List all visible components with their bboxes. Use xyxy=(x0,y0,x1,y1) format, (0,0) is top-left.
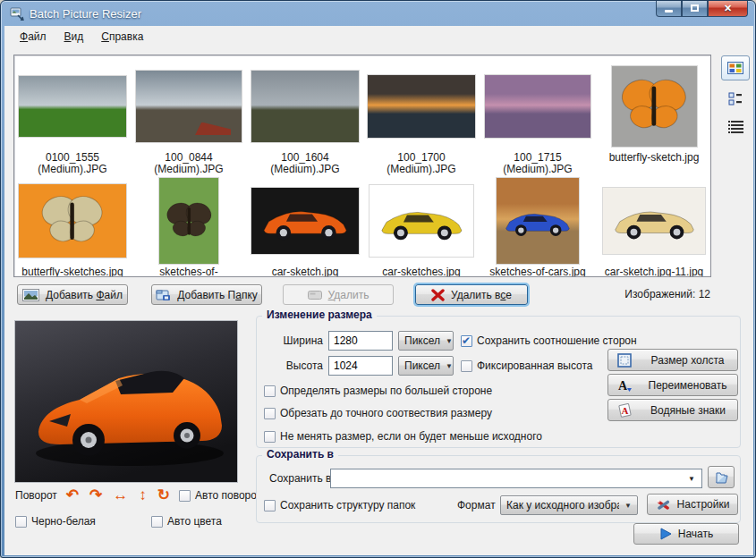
thumbnail-item[interactable]: sketches-of-cars.jpg xyxy=(480,175,596,277)
thumbnail-filename[interactable]: car-sketches.jpg xyxy=(382,266,460,277)
chevron-down-icon: ▼ xyxy=(446,362,453,370)
delete-button[interactable]: Удалить xyxy=(283,284,394,305)
height-input[interactable] xyxy=(328,356,393,376)
rotate-left-icon[interactable]: ↶ xyxy=(66,488,79,503)
title-bar[interactable]: Batch Picture Resizer ✕ xyxy=(1,1,755,26)
delete-all-button[interactable]: Удалить все xyxy=(415,284,528,305)
crop-exact-checkbox[interactable]: Обрезать до точного соотвествия размеру xyxy=(264,407,492,419)
fixed-height-box[interactable] xyxy=(461,360,472,372)
thumbnail-filename[interactable]: sketches-of-cars.jpg xyxy=(489,266,585,277)
menu-file[interactable]: Файл xyxy=(12,28,55,46)
thumbnail-item[interactable]: 100_1715 (Medium).JPG xyxy=(480,61,596,175)
thumbnail-image-wrap xyxy=(136,64,242,148)
delete-label: Удалить xyxy=(328,289,370,301)
thumbnail-filename[interactable]: 0100_1555 (Medium).JPG xyxy=(16,152,129,175)
save-to-input[interactable] xyxy=(331,472,682,485)
keep-structure-box[interactable] xyxy=(264,500,276,512)
thumbnail-filename[interactable]: 100_0844 (Medium).JPG xyxy=(132,152,245,175)
thumbnails-view-icon xyxy=(727,62,743,74)
keep-structure-checkbox[interactable]: Сохранить структуру папок xyxy=(264,499,415,512)
thumbnail-item[interactable]: 100_1700 (Medium).JPG xyxy=(363,61,480,175)
thumbnail-filename[interactable]: 100_1604 (Medium).JPG xyxy=(249,152,361,175)
height-unit-select[interactable]: Пиксел ▼ xyxy=(398,356,454,376)
start-button[interactable]: Начать xyxy=(633,523,739,545)
add-folder-button[interactable]: Добавить Папку xyxy=(151,284,262,305)
thumbnail-item[interactable]: butterfly-sketch.jpg xyxy=(596,61,711,175)
keep-aspect-checkbox[interactable]: Сохранить соотношение сторон xyxy=(461,334,637,347)
watermark-button[interactable]: A Водяные знаки xyxy=(607,399,738,421)
thumbnail-item[interactable]: 100_1604 (Medium).JPG xyxy=(247,61,363,175)
auto-rotate-box[interactable] xyxy=(179,490,191,502)
svg-text:A: A xyxy=(618,379,628,393)
canvas-size-icon xyxy=(617,353,632,368)
thumbnail-item[interactable]: car-sketch.jpg xyxy=(247,175,363,277)
by-larger-side-checkbox[interactable]: Определять размеры по большей стороне xyxy=(264,385,492,397)
auto-rotate-checkbox[interactable]: Авто поворот xyxy=(179,489,261,502)
thumbnail-image[interactable] xyxy=(603,188,705,254)
thumbnails-view-button[interactable] xyxy=(721,55,750,80)
thumbnail-item[interactable]: sketches-of-butterflies.jpg xyxy=(131,175,247,277)
thumbnail-item[interactable]: butterfly-sketches.jpg xyxy=(14,175,131,277)
format-select[interactable]: Как у исходного изображ ▼ xyxy=(500,495,638,515)
save-to-label: Сохранить в xyxy=(269,472,331,485)
thumbnail-filename[interactable]: 100_1715 (Medium).JPG xyxy=(481,152,594,175)
details-view-button[interactable] xyxy=(721,115,750,137)
view-mode-column xyxy=(721,55,752,143)
thumbnail-image[interactable] xyxy=(159,178,218,264)
thumbnail-filename[interactable]: butterfly-sketch.jpg xyxy=(609,152,700,164)
width-input[interactable] xyxy=(328,331,393,351)
thumbnail-filename[interactable]: butterfly-sketches.jpg xyxy=(21,266,123,277)
thumbnail-item[interactable]: 0100_1555 (Medium).JPG xyxy=(14,61,131,175)
save-to-combobox[interactable]: ▼ xyxy=(330,469,702,488)
thumbnail-image[interactable] xyxy=(136,71,242,142)
thumbnail-image[interactable] xyxy=(485,75,590,138)
thumbnail-item[interactable]: 100_0844 (Medium).JPG xyxy=(131,61,247,175)
add-file-icon xyxy=(22,289,39,301)
keep-aspect-box[interactable] xyxy=(461,335,472,347)
minimize-button[interactable] xyxy=(656,0,682,17)
chevron-down-icon[interactable]: ▼ xyxy=(682,475,701,483)
browse-folder-button[interactable] xyxy=(708,466,735,488)
by-larger-side-box[interactable] xyxy=(264,385,276,397)
rotate-180-icon[interactable]: ↻ xyxy=(157,488,170,503)
menu-view[interactable]: Вид xyxy=(56,28,92,46)
rotate-right-icon[interactable]: ↷ xyxy=(89,488,102,503)
rename-button[interactable]: A Переименовать xyxy=(607,374,738,396)
list-view-button[interactable] xyxy=(721,88,750,109)
thumbnail-filename[interactable]: car-sketch.jpg-11.jpg xyxy=(605,266,704,277)
thumbnail-filename[interactable]: 100_1700 (Medium).JPG xyxy=(365,152,478,175)
thumbnail-image[interactable] xyxy=(370,185,473,257)
thumbnail-item[interactable]: car-sketches.jpg xyxy=(363,175,480,277)
settings-button[interactable]: Настройки xyxy=(647,494,738,515)
thumbnail-image[interactable] xyxy=(251,188,359,254)
thumbnail-image[interactable] xyxy=(19,184,126,258)
menu-help[interactable]: Справка xyxy=(93,28,151,46)
thumbnail-item[interactable]: car-sketch.jpg-11.jpg xyxy=(596,175,711,277)
delete-icon xyxy=(308,291,322,300)
auto-colors-checkbox[interactable]: Авто цвета xyxy=(151,515,222,528)
crop-exact-box[interactable] xyxy=(264,408,276,419)
start-label: Начать xyxy=(678,528,714,540)
thumbnail-filename[interactable]: car-sketch.jpg xyxy=(272,266,339,277)
no-upscale-checkbox[interactable]: Не менять размер, если он будет меньше и… xyxy=(264,430,542,443)
add-file-button[interactable]: Добавить Файл xyxy=(17,284,128,305)
image-list-panel[interactable]: 0100_1555 (Medium).JPG100_0844 (Medium).… xyxy=(13,55,711,277)
close-button[interactable]: ✕ xyxy=(708,0,748,17)
maximize-button[interactable] xyxy=(682,0,708,17)
thumbnail-image[interactable] xyxy=(612,66,697,147)
grayscale-checkbox[interactable]: Черно-белая xyxy=(15,515,96,528)
grayscale-box[interactable] xyxy=(15,516,27,528)
fixed-height-checkbox[interactable]: Фиксированная высота xyxy=(461,359,593,372)
flip-horizontal-icon[interactable]: ↔ xyxy=(113,488,128,503)
thumbnail-image[interactable] xyxy=(251,71,359,142)
thumbnail-image[interactable] xyxy=(497,178,579,264)
thumbnail-image[interactable] xyxy=(19,76,126,137)
width-unit-select[interactable]: Пиксел ▼ xyxy=(398,331,454,351)
flip-vertical-icon[interactable]: ↕ xyxy=(139,488,147,503)
auto-colors-box[interactable] xyxy=(151,516,163,528)
no-upscale-box[interactable] xyxy=(264,431,276,443)
start-icon xyxy=(659,528,672,540)
canvas-size-button[interactable]: Размер холста xyxy=(607,349,738,371)
thumbnail-filename[interactable]: sketches-of-butterflies.jpg xyxy=(132,266,245,277)
thumbnail-image[interactable] xyxy=(368,75,475,138)
